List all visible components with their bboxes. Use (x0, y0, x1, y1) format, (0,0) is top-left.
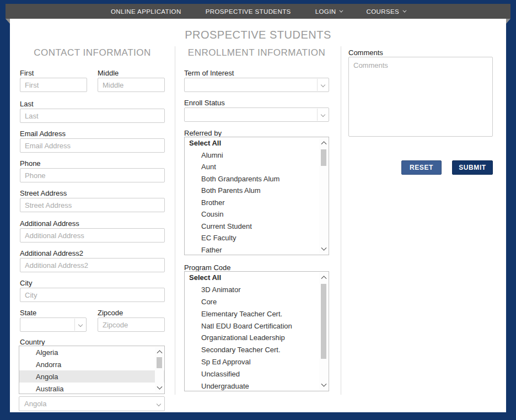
program-code-select-all[interactable]: Select All (185, 272, 329, 284)
chevron-down-icon (321, 112, 325, 117)
additional-address-input[interactable] (20, 228, 165, 243)
referred-by-option[interactable]: Cousin (185, 208, 329, 220)
select-separator (317, 79, 318, 91)
program-code-scrollbar[interactable] (319, 272, 328, 390)
term-of-interest-select[interactable] (184, 78, 329, 92)
phone-input[interactable] (20, 168, 165, 182)
nav-item-prospective-students[interactable]: PROSPECTIVE STUDENTS (206, 8, 291, 15)
referred-by-listbox: Select All Alumni Aunt Both Grandparents… (184, 137, 329, 255)
scroll-up-button[interactable] (155, 347, 164, 356)
comments-label: Comments (348, 49, 383, 57)
referred-by-option[interactable]: EC Faculty (185, 232, 329, 244)
nav-label: LOGIN (315, 8, 336, 15)
country-option[interactable]: Australia (19, 383, 164, 394)
page-content: PROSPECTIVE STUDENTS CONTACT INFORMATION… (10, 19, 506, 412)
chevron-down-icon (157, 402, 161, 406)
street-address-label: Street Address (20, 189, 67, 197)
country-combobox-value: Angola (24, 400, 46, 408)
country-listbox: Algeria Andorra Angola Australia (19, 346, 165, 394)
city-input[interactable] (20, 288, 165, 302)
first-name-input[interactable] (20, 78, 87, 92)
chevron-down-icon (78, 322, 83, 327)
page-title: PROSPECTIVE STUDENTS (10, 29, 506, 41)
program-code-option[interactable]: Elementary Teacher Cert. (185, 308, 329, 320)
referred-by-option[interactable]: Current Student (185, 220, 329, 233)
chevron-up-icon (157, 350, 162, 356)
program-code-option[interactable]: Core (185, 296, 329, 308)
last-name-label: Last (20, 100, 34, 108)
state-select[interactable] (20, 317, 87, 332)
referred-by-scrollbar[interactable] (319, 138, 328, 254)
country-combobox[interactable]: Angola (19, 396, 165, 411)
additional-address2-label: Additional Address2 (20, 249, 83, 257)
program-code-option[interactable]: Natl EDU Board Certification (185, 320, 329, 332)
program-code-option[interactable]: Organizational Leadership (185, 332, 329, 344)
nav-item-courses[interactable]: COURSES (366, 8, 405, 15)
scrollbar-thumb[interactable] (321, 149, 326, 166)
nav-item-online-application[interactable]: ONLINE APPLICATION (111, 8, 181, 15)
referred-by-option[interactable]: Both Parents Alum (185, 185, 329, 197)
scrollbar-track[interactable] (319, 147, 328, 245)
country-option-selected[interactable]: Angola (19, 370, 164, 383)
program-code-option[interactable]: Sp Ed Approval (185, 356, 329, 368)
country-option[interactable]: Algeria (19, 346, 164, 358)
scroll-down-button[interactable] (319, 381, 328, 390)
email-field[interactable] (20, 138, 165, 153)
top-navigation-bar: ONLINE APPLICATION PROSPECTIVE STUDENTS … (6, 4, 510, 19)
zipcode-label: Zipcode (98, 309, 123, 317)
enrollment-section-heading: ENROLLMENT INFORMATION (184, 47, 329, 58)
enroll-status-label: Enroll Status (184, 99, 225, 107)
scroll-down-button[interactable] (155, 384, 164, 393)
country-label: Country (20, 338, 45, 346)
enroll-status-select[interactable] (184, 107, 329, 122)
scroll-down-button[interactable] (319, 245, 328, 254)
column-divider (341, 46, 341, 395)
referred-by-option[interactable]: Father (185, 244, 329, 256)
chevron-down-icon (340, 9, 343, 13)
program-code-option[interactable]: Secondary Teacher Cert. (185, 344, 329, 356)
last-name-input[interactable] (20, 109, 165, 123)
phone-label: Phone (20, 159, 41, 168)
scroll-up-button[interactable] (319, 272, 328, 282)
additional-address-label: Additional Address (20, 219, 79, 228)
nav-label: ONLINE APPLICATION (111, 8, 181, 15)
referred-by-option[interactable]: Aunt (185, 161, 329, 173)
ribbon-fold-right (506, 19, 510, 24)
referred-by-label: Referred by (184, 129, 222, 137)
submit-button[interactable]: SUBMIT (452, 160, 493, 175)
country-scrollbar[interactable] (155, 347, 164, 393)
scrollbar-thumb[interactable] (321, 284, 326, 359)
street-address-input[interactable] (20, 198, 165, 212)
column-divider (175, 46, 175, 395)
nav-item-login[interactable]: LOGIN (315, 8, 342, 15)
chevron-down-icon (402, 9, 406, 13)
scrollbar-track[interactable] (155, 356, 164, 384)
chevron-down-icon (321, 245, 326, 251)
city-label: City (20, 279, 32, 287)
nav-label: PROSPECTIVE STUDENTS (206, 8, 291, 15)
referred-by-option[interactable]: Alumni (185, 149, 329, 161)
ribbon-fold-left (6, 19, 10, 24)
contact-section-heading: CONTACT INFORMATION (20, 47, 165, 58)
chevron-down-icon (157, 384, 162, 390)
referred-by-select-all[interactable]: Select All (185, 137, 329, 149)
scrollbar-thumb[interactable] (157, 357, 162, 368)
country-option[interactable]: Andorra (19, 358, 164, 370)
program-code-option[interactable]: Unclassified (185, 368, 329, 380)
chevron-up-icon (321, 141, 326, 147)
term-of-interest-label: Term of Interest (184, 69, 234, 77)
referred-by-option[interactable]: Both Grandparents Alum (185, 173, 329, 185)
middle-name-input[interactable] (98, 78, 165, 92)
additional-address2-input[interactable] (20, 258, 165, 272)
program-code-option[interactable]: Undergraduate (185, 380, 329, 391)
first-name-label: First (20, 69, 34, 77)
comments-textarea[interactable] (348, 57, 493, 137)
zipcode-input[interactable] (98, 317, 165, 332)
reset-button[interactable]: RESET (401, 160, 442, 175)
program-code-option[interactable]: 3D Animator (185, 284, 329, 296)
scroll-up-button[interactable] (319, 138, 328, 147)
referred-by-option[interactable]: Brother (185, 197, 329, 209)
state-label: State (20, 309, 36, 317)
select-separator (74, 319, 75, 331)
scrollbar-track[interactable] (319, 282, 328, 381)
